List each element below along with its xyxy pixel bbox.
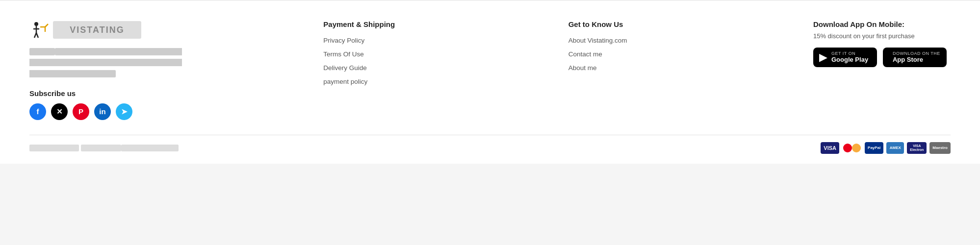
list-item: Terms Of Use bbox=[323, 50, 431, 58]
telegram-icon[interactable]: ➤ bbox=[116, 103, 132, 120]
list-item: About me bbox=[568, 64, 676, 72]
svg-line-4 bbox=[36, 33, 38, 38]
logo-text: VISTATING bbox=[53, 21, 141, 39]
footer-bottom: Copyright © 2024 Vistating.com All Right… bbox=[29, 135, 951, 154]
x-icon[interactable]: ✕ bbox=[51, 103, 68, 120]
list-item: Privacy Policy bbox=[323, 36, 431, 44]
privacy-policy-link[interactable]: Privacy Policy bbox=[323, 37, 364, 44]
amex-payment-icon: AMEX bbox=[886, 142, 904, 154]
footer: VISTATING Vistating is like a lighthouse… bbox=[0, 0, 980, 164]
brand-name-blurred: Vistating bbox=[29, 48, 55, 55]
payment-policy-link[interactable]: payment policy bbox=[323, 78, 367, 85]
company-name-blurred: Vistating.com bbox=[81, 145, 121, 151]
list-item: Contact me bbox=[568, 50, 676, 58]
facebook-icon[interactable]: f bbox=[29, 103, 46, 120]
copyright-label: Copyright © 2024 bbox=[29, 145, 79, 151]
about-me-link[interactable]: About me bbox=[568, 64, 597, 72]
visa-electron-payment-icon: VISAElectron bbox=[907, 142, 927, 154]
paypal-payment-icon: PayPal bbox=[865, 142, 883, 154]
download-app-col: Download App On Mobile: 15% discount on … bbox=[813, 20, 951, 67]
linkedin-icon[interactable]: in bbox=[94, 103, 111, 120]
terms-of-use-link[interactable]: Terms Of Use bbox=[323, 50, 364, 58]
app-store-sub: Download on the bbox=[893, 51, 940, 56]
app-store-button[interactable]: Download on the App Store bbox=[883, 48, 947, 67]
footer-brand-col: VISTATING Vistating is like a lighthouse… bbox=[29, 20, 186, 120]
app-store-main: App Store bbox=[893, 56, 940, 64]
brand-description: Vistating is like a lighthouse for brand… bbox=[29, 47, 186, 79]
rights-reserved: All Rights Reserved. bbox=[121, 145, 179, 151]
get-to-know-col: Get to Know Us About Vistating.com Conta… bbox=[568, 20, 676, 77]
google-play-icon: ▶ bbox=[819, 52, 827, 63]
delivery-guide-link[interactable]: Delivery Guide bbox=[323, 64, 367, 72]
maestro-payment-icon: Maestro bbox=[929, 142, 951, 154]
list-item: Delivery Guide bbox=[323, 64, 431, 72]
app-discount-text: 15% discount on your first purchase bbox=[813, 32, 951, 40]
footer-main-row: VISTATING Vistating is like a lighthouse… bbox=[29, 20, 951, 120]
mastercard-payment-icon bbox=[842, 142, 862, 154]
download-app-heading: Download App On Mobile: bbox=[813, 20, 951, 28]
payment-shipping-heading: Payment & Shipping bbox=[323, 20, 431, 28]
subscribe-title: Subscribe us bbox=[29, 89, 186, 98]
get-to-know-heading: Get to Know Us bbox=[568, 20, 676, 28]
social-icons-row: f ✕ P in ➤ bbox=[29, 103, 186, 120]
get-to-know-list: About Vistating.com Contact me About me bbox=[568, 36, 676, 72]
copyright-text: Copyright © 2024 Vistating.com All Right… bbox=[29, 145, 179, 151]
pinterest-icon[interactable]: P bbox=[73, 103, 89, 120]
brand-logo: VISTATING bbox=[29, 20, 186, 40]
visa-payment-icon: VISA bbox=[821, 142, 839, 154]
payment-shipping-list: Privacy Policy Terms Of Use Delivery Gui… bbox=[323, 36, 431, 85]
app-buttons-row: ▶ GET IT ON Google Play Download on the … bbox=[813, 48, 951, 67]
payment-shipping-col: Payment & Shipping Privacy Policy Terms … bbox=[323, 20, 431, 91]
payment-icons-row: VISA PayPal AMEX VISAElectron Maestro bbox=[821, 142, 951, 154]
svg-line-5 bbox=[45, 24, 48, 27]
list-item: payment policy bbox=[323, 77, 431, 85]
logo-icon bbox=[29, 20, 49, 40]
google-play-sub: GET IT ON bbox=[831, 51, 868, 56]
google-play-button[interactable]: ▶ GET IT ON Google Play bbox=[813, 48, 877, 67]
svg-point-0 bbox=[34, 22, 38, 26]
about-vistating-link[interactable]: About Vistating.com bbox=[568, 37, 627, 44]
list-item: About Vistating.com bbox=[568, 36, 676, 44]
google-play-main: Google Play bbox=[831, 56, 868, 64]
contact-me-link[interactable]: Contact me bbox=[568, 50, 602, 58]
